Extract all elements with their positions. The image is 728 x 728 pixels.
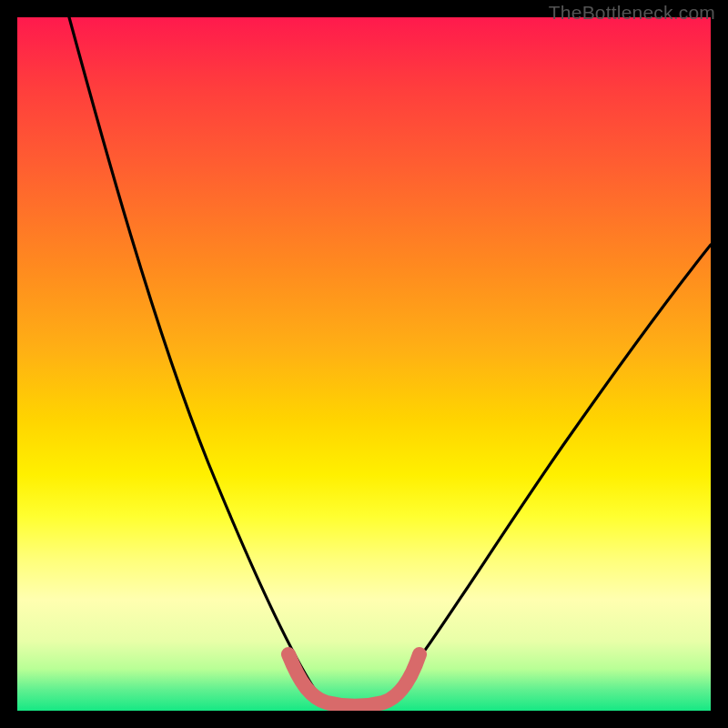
attribution-text: TheBottleneck.com xyxy=(549,2,715,24)
highlight-u xyxy=(288,654,420,706)
chart-stage: TheBottleneck.com xyxy=(0,0,728,728)
curve-overlay xyxy=(17,17,711,711)
right-curve xyxy=(389,245,711,698)
left-curve xyxy=(69,17,320,698)
